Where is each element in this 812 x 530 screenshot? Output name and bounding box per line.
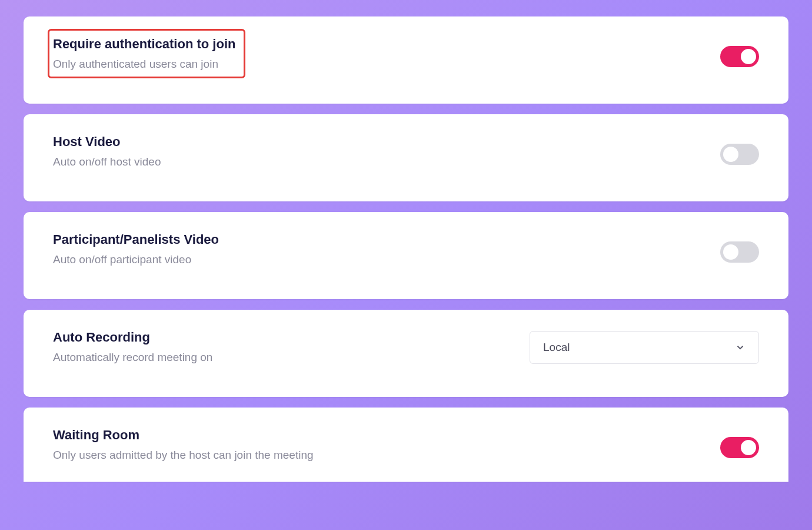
- settings-list: Require authentication to join Only auth…: [24, 16, 788, 482]
- waiting-room-toggle[interactable]: [720, 437, 759, 458]
- setting-text: Participant/Panelists Video Auto on/off …: [53, 232, 219, 266]
- toggle-knob: [741, 440, 756, 455]
- setting-title: Host Video: [53, 134, 161, 150]
- setting-description: Only authenticated users can join: [53, 58, 235, 71]
- select-value: Local: [543, 341, 570, 354]
- host-video-toggle[interactable]: [720, 144, 759, 165]
- recording-select[interactable]: Local: [530, 331, 759, 364]
- setting-description: Auto on/off host video: [53, 155, 161, 168]
- chevron-down-icon: [735, 342, 746, 353]
- setting-authentication: Require authentication to join Only auth…: [24, 16, 788, 104]
- setting-title: Auto Recording: [53, 330, 212, 345]
- recording-select-wrap: Local: [530, 331, 759, 364]
- setting-auto-recording: Auto Recording Automatically record meet…: [24, 310, 788, 397]
- toggle-knob: [723, 147, 738, 162]
- setting-text: Host Video Auto on/off host video: [53, 134, 161, 168]
- highlight-box: Require authentication to join Only auth…: [48, 29, 245, 78]
- setting-description: Only users admitted by the host can join…: [53, 449, 314, 462]
- setting-title: Waiting Room: [53, 428, 314, 443]
- participant-video-toggle[interactable]: [720, 241, 759, 263]
- setting-host-video: Host Video Auto on/off host video: [24, 114, 788, 201]
- setting-waiting-room: Waiting Room Only users admitted by the …: [24, 408, 788, 482]
- setting-text: Waiting Room Only users admitted by the …: [53, 428, 314, 462]
- setting-title: Require authentication to join: [53, 37, 235, 52]
- setting-text: Require authentication to join Only auth…: [53, 37, 235, 71]
- setting-title: Participant/Panelists Video: [53, 232, 219, 247]
- toggle-knob: [741, 49, 756, 64]
- setting-description: Automatically record meeting on: [53, 351, 212, 364]
- setting-description: Auto on/off participant video: [53, 253, 219, 266]
- toggle-knob: [723, 244, 738, 260]
- authentication-toggle[interactable]: [720, 46, 759, 67]
- setting-text: Auto Recording Automatically record meet…: [53, 330, 212, 364]
- setting-participant-video: Participant/Panelists Video Auto on/off …: [24, 212, 788, 299]
